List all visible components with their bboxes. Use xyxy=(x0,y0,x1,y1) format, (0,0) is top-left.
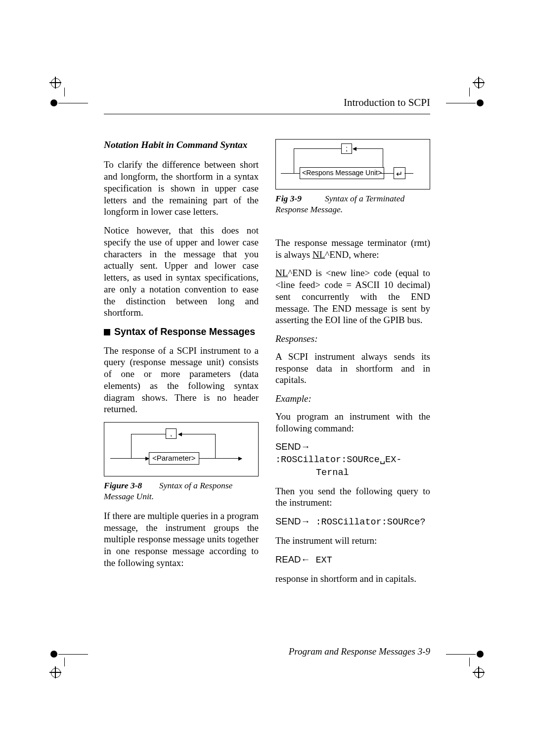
syntax-node: <Parameter> xyxy=(149,452,199,465)
running-header: Introduction to SCPI xyxy=(104,96,430,114)
crop-mark xyxy=(480,660,499,679)
body-text: The response of a SCPI instrument to a q… xyxy=(104,345,259,416)
square-bullet-icon xyxy=(104,329,110,335)
page-footer: Program and Response Messages 3-9 xyxy=(289,646,430,657)
code-line: READ← EXT xyxy=(275,554,430,566)
run-in-heading: Example: xyxy=(275,393,430,405)
run-in-heading: Responses: xyxy=(275,333,430,345)
code-line: SEND→ :ROSCillator:SOURce? xyxy=(275,516,430,528)
return-icon: ↵ xyxy=(394,167,405,179)
syntax-node: ; xyxy=(341,143,352,154)
subheading: Notation Habit in Command Syntax xyxy=(104,139,259,151)
page: Introduction to SCPI Notation Habit in C… xyxy=(0,0,534,756)
body-text: You program an instrument with the follo… xyxy=(275,411,430,434)
section-heading: Syntax of Response Messages xyxy=(104,326,259,337)
right-column: ; <Respons Message Unit> ↵ Fig 3-9Syntax… xyxy=(275,139,430,592)
body-text: Then you send the following query to the… xyxy=(275,485,430,509)
figure-caption: Fig 3-9Syntax of a Terminated Response M… xyxy=(275,193,430,215)
body-text: NL^END is <new line> code (equal to <lin… xyxy=(275,267,430,326)
crop-mark xyxy=(35,77,54,96)
syntax-node: <Respons Message Unit> xyxy=(300,167,384,179)
body-text: The instrument will return: xyxy=(275,535,430,547)
figure-3-8: , <Parameter> xyxy=(104,422,259,476)
body-text: Notice however, that this does not speci… xyxy=(104,225,259,319)
body-text: To clarify the difference between short … xyxy=(104,159,259,218)
code-line: SEND→ :ROSCillator:SOURce␣EX- Ternal xyxy=(275,441,430,478)
crop-mark xyxy=(480,77,499,96)
body-text: A SCPI instrument always sends its respo… xyxy=(275,351,430,386)
figure-3-9: ; <Respons Message Unit> ↵ xyxy=(275,139,430,189)
crop-mark xyxy=(35,660,54,679)
body-text: response in shortform and in capitals. xyxy=(275,573,430,585)
content-area: Introduction to SCPI Notation Habit in C… xyxy=(104,96,430,657)
figure-caption: Figure 3-8Syntax of a Response Message U… xyxy=(104,480,259,502)
left-column: Notation Habit in Command Syntax To clar… xyxy=(104,139,259,592)
body-text: If there are multiple queries in a progr… xyxy=(104,510,259,569)
body-text: The response message terminator (rmt) is… xyxy=(275,237,430,261)
syntax-node: , xyxy=(166,428,177,439)
